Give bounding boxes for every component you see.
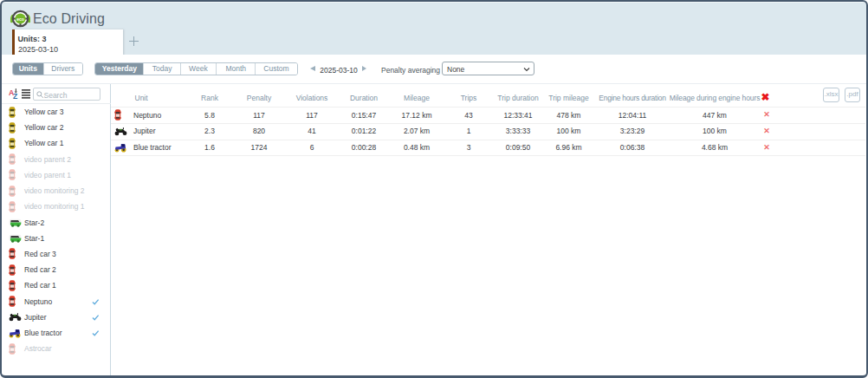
svg-text:Z: Z	[13, 92, 17, 100]
svg-text:eco: eco	[16, 16, 24, 21]
